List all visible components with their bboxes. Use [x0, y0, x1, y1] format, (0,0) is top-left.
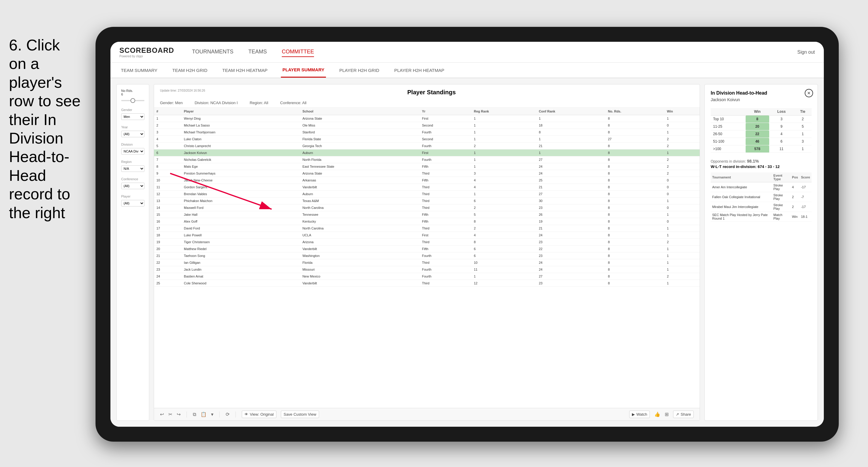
table-row[interactable]: 7 Nicholas Gabrelcik North Florida Fourt…	[154, 156, 700, 163]
cell-reg-rank: 1	[472, 122, 537, 129]
tourney-name: Amer Am Intercollegiate	[711, 182, 772, 192]
nav-teams[interactable]: TEAMS	[248, 47, 267, 57]
cell-rank: 25	[154, 280, 182, 287]
subnav-player-summary[interactable]: PLAYER SUMMARY	[281, 63, 326, 77]
player-table-container[interactable]: # Player School Yr Reg Rank Conf Rank No…	[154, 108, 700, 408]
nav-tournaments[interactable]: TOURNAMENTS	[192, 47, 234, 57]
table-row[interactable]: 13 Phichaksn Maichon Texas A&M Third 6 3…	[154, 197, 700, 205]
cell-conf-rank: 19	[536, 218, 606, 225]
division-select[interactable]: NCAA Division I	[121, 148, 145, 155]
cell-no-rds: 8	[606, 239, 665, 246]
tournament-row[interactable]: Mirabel Maui Jim Intercollegiate Stroke …	[711, 202, 812, 212]
h2h-win: 8	[746, 116, 769, 123]
cell-rank: 2	[154, 122, 182, 129]
close-button[interactable]: ✕	[805, 89, 813, 97]
cell-reg-rank: 2	[472, 205, 537, 211]
subnav-team-h2h-heatmap[interactable]: TEAM H2H HEATMAP	[221, 63, 269, 77]
table-row[interactable]: 14 Maxwell Ford North Carolina Third 2 2…	[154, 205, 700, 211]
cell-year: Fifth	[420, 177, 472, 184]
table-row[interactable]: 24 Bastien Amat New Mexico Fourth 1 27 8…	[154, 273, 700, 280]
year-select[interactable]: (All)	[121, 131, 145, 137]
cell-year: First	[420, 150, 472, 156]
thumbs-up-icon[interactable]: 👍	[654, 411, 660, 417]
table-row[interactable]: 8 Mats Ege East Tennessee State Fifth 1 …	[154, 163, 700, 170]
h2h-col-range	[711, 108, 746, 116]
copy-icon[interactable]: ⧉	[193, 412, 196, 417]
cell-school: Florida State	[300, 136, 420, 143]
redo-icon[interactable]: ↪	[177, 411, 181, 417]
watch-btn[interactable]: ▶ Watch	[629, 411, 650, 418]
undo-icon[interactable]: ↩	[160, 411, 164, 417]
watch-icon: ▶	[632, 412, 635, 416]
table-row[interactable]: 9 Preston Summerhays Arizona State Third…	[154, 170, 700, 177]
share-btn[interactable]: ↗ Share	[673, 411, 694, 418]
no-rds-slider[interactable]	[121, 98, 145, 103]
subnav-team-summary[interactable]: TEAM SUMMARY	[119, 63, 159, 77]
cell-year: Second	[420, 136, 472, 143]
grid-icon[interactable]: ⊞	[665, 411, 669, 417]
tourney-score: -17	[799, 202, 812, 212]
nav-committee[interactable]: COMMITTEE	[282, 47, 314, 57]
tablet-screen: SCOREBOARD Powered by clippi TOURNAMENTS…	[111, 42, 824, 427]
table-row[interactable]: 20 Matthew Riedel Vanderbilt Fifth 6 22 …	[154, 246, 700, 252]
table-row[interactable]: 17 David Ford North Carolina Third 2 21 …	[154, 225, 700, 232]
sign-out-link[interactable]: Sign out	[797, 50, 815, 55]
cell-year: Third	[420, 225, 472, 232]
cell-rank: 4	[154, 136, 182, 143]
tournament-row[interactable]: SEC Match Play Hosted by Jerry Pate Roun…	[711, 212, 812, 222]
cut-icon[interactable]: ✂	[168, 411, 172, 417]
cell-conf-rank: 24	[536, 163, 606, 170]
player-select[interactable]: (All)	[121, 200, 145, 207]
table-row[interactable]: 23 Jack Lundin Missouri Fourth 11 24 8 1	[154, 266, 700, 273]
table-row[interactable]: 11 Gordon Sargent Vanderbilt Third 4 21 …	[154, 184, 700, 191]
tournament-row[interactable]: Fallen Oak Collegiate Invitational Strok…	[711, 192, 812, 202]
cell-rank: 21	[154, 252, 182, 259]
table-row[interactable]: 3 Michael Thorbjornsen Stanford Fourth 1…	[154, 129, 700, 136]
cell-conf-rank: 27	[536, 191, 606, 197]
cell-rank: 7	[154, 156, 182, 163]
paste-icon[interactable]: 📋	[200, 411, 207, 417]
table-row[interactable]: 5 Christo Lamprecht Georgia Tech Fourth …	[154, 143, 700, 150]
more-icon[interactable]: ▾	[211, 411, 213, 417]
conference-select[interactable]: (All)	[121, 183, 145, 189]
h2h-range: 26-50	[711, 130, 746, 138]
table-row[interactable]: 22 Ian Gilligan Florida Third 10 24 8 1	[154, 259, 700, 266]
cell-school: Vanderbilt	[300, 184, 420, 191]
h2h-tie: 1	[794, 130, 812, 138]
table-row[interactable]: 18 Luke Powell UCLA First 4 24 8 1	[154, 232, 700, 239]
cell-name: Christo Lamprecht	[182, 143, 300, 150]
table-row[interactable]: 19 Tiger Christensen Arizona Third 8 23 …	[154, 239, 700, 246]
cell-rank: 8	[154, 163, 182, 170]
cell-school: Stanford	[300, 129, 420, 136]
tournament-row[interactable]: Amer Am Intercollegiate Stroke Play 4 -1…	[711, 182, 812, 192]
table-row[interactable]: 2 Michael La Sasso Ole Miss Second 1 18 …	[154, 122, 700, 129]
table-row[interactable]: 10 Jacob New-Cheese Arkansas Fifth 4 25 …	[154, 177, 700, 184]
cell-school: North Carolina	[300, 205, 420, 211]
cell-conf-rank: 26	[536, 211, 606, 218]
cell-no-rds: 8	[606, 225, 665, 232]
gender-select[interactable]: Men	[121, 114, 145, 120]
h2h-col-loss: Loss	[769, 108, 794, 116]
table-row[interactable]: 12 Brendan Valdes Auburn Third 1 27 8 0	[154, 191, 700, 197]
cell-name: Bastien Amat	[182, 273, 300, 280]
table-row[interactable]: 15 Jake Hall Tennessee Fifth 5 26 8 1	[154, 211, 700, 218]
refresh-icon[interactable]: ⟳	[226, 411, 229, 417]
table-row[interactable]: 4 Luke Claton Florida State Second 1 1 2…	[154, 136, 700, 143]
share-icon: ↗	[676, 412, 679, 416]
table-row[interactable]: 25 Cole Sherwood Vanderbilt Third 12 23 …	[154, 280, 700, 287]
table-row[interactable]: 6 Jackson Koivun Auburn First 1 1 8 1	[154, 150, 700, 156]
save-custom-btn[interactable]: Save Custom View	[281, 411, 319, 418]
subnav-player-h2h-grid[interactable]: PLAYER H2H GRID	[338, 63, 381, 77]
h2h-loss: 3	[769, 116, 794, 123]
table-row[interactable]: 16 Alex Goff Kentucky Fifth 8 19 8 0	[154, 218, 700, 225]
subnav-team-h2h-grid[interactable]: TEAM H2H GRID	[171, 63, 209, 77]
cell-reg-rank: 8	[472, 239, 537, 246]
col-year: Yr	[420, 108, 472, 115]
subnav-player-h2h-heatmap[interactable]: PLAYER H2H HEATMAP	[393, 63, 446, 77]
table-row[interactable]: 21 Taehoon Song Washington Fourth 6 23 8…	[154, 252, 700, 259]
table-row[interactable]: 1 Wenyi Ding Arizona State First 1 1 8 1	[154, 115, 700, 122]
region-select[interactable]: N/A	[121, 165, 145, 172]
cell-school: Vanderbilt	[300, 280, 420, 287]
h2h-loss: 11	[769, 145, 794, 153]
view-original-btn[interactable]: 👁 View: Original	[242, 411, 276, 418]
